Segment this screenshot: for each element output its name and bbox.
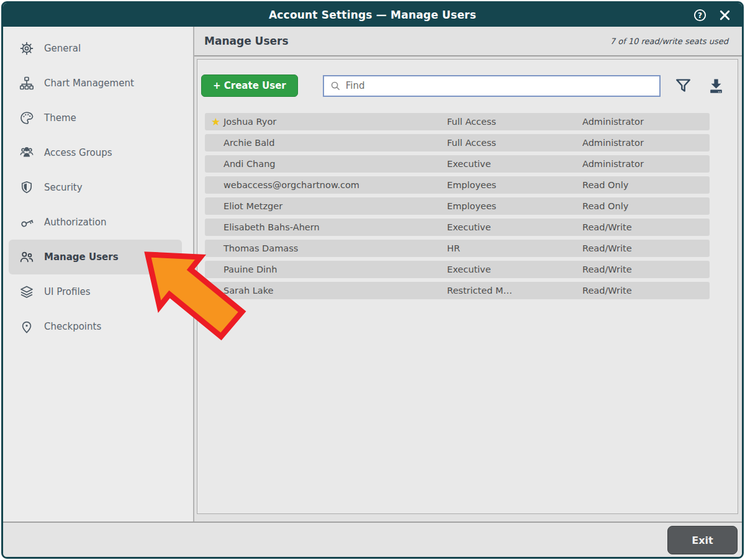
filter-icon[interactable] xyxy=(674,77,692,95)
user-name-cell: ★ Eliot Metzger xyxy=(205,201,447,212)
user-name-cell: ★ Sarah Lake xyxy=(205,286,447,296)
user-role: Read/Write xyxy=(582,222,710,232)
user-name: Sarah Lake xyxy=(224,286,274,296)
user-role: Administrator xyxy=(582,159,710,169)
sidebar-item[interactable]: Theme xyxy=(9,101,182,135)
user-access-group: Executive xyxy=(447,159,582,169)
key-icon xyxy=(19,215,34,230)
users-toolbar: + Create User xyxy=(197,60,738,106)
page-title: Manage Users xyxy=(204,35,289,47)
palette-icon xyxy=(19,111,34,125)
user-name-cell: ★ webaccess@orgchartnow.com xyxy=(205,180,447,191)
titlebar: Account Settings — Manage Users ? xyxy=(3,3,742,27)
user-role: Read/Write xyxy=(582,286,710,296)
map-pin-icon xyxy=(19,319,34,334)
users-panel: + Create User ★ Joshua Ryor xyxy=(197,59,738,514)
shield-icon xyxy=(19,180,34,195)
user-name: webaccess@orgchartnow.com xyxy=(224,180,359,190)
two-users-icon xyxy=(19,250,34,264)
sidebar-item-label: Access Groups xyxy=(44,147,112,158)
user-name-cell: ★ Andi Chang xyxy=(205,159,447,169)
user-access-group: Full Access xyxy=(447,117,582,127)
seats-usage-note: 7 of 10 read/write seats used xyxy=(610,37,728,46)
org-chart-icon xyxy=(19,76,34,91)
user-access-group: Employees xyxy=(447,180,582,190)
sidebar-item-label: UI Profiles xyxy=(44,286,91,297)
sidebar-item[interactable]: Chart Management xyxy=(9,66,182,101)
find-input[interactable] xyxy=(324,80,659,91)
sidebar-item[interactable]: Manage Users xyxy=(9,240,182,274)
sidebar-item[interactable]: Access Groups xyxy=(9,135,182,170)
sidebar-item-label: General xyxy=(44,43,81,54)
create-user-button[interactable]: + Create User xyxy=(201,75,298,97)
close-icon[interactable] xyxy=(718,8,732,22)
export-download-icon[interactable] xyxy=(707,77,725,95)
layers-icon xyxy=(19,284,34,299)
user-name: Elisabeth Bahs-Ahern xyxy=(224,222,320,232)
main-panel: Manage Users 7 of 10 read/write seats us… xyxy=(194,27,742,522)
help-icon[interactable]: ? xyxy=(693,8,707,22)
people-group-icon xyxy=(19,145,34,160)
user-row[interactable]: ★ Elisabeth Bahs-Ahern Executive Read/Wr… xyxy=(205,219,710,236)
sidebar-item[interactable]: Checkpoints xyxy=(9,309,182,344)
user-name-cell: ★ Pauine Dinh xyxy=(205,264,447,275)
user-access-group: Employees xyxy=(447,201,582,211)
user-row[interactable]: ★ Andi Chang Executive Administrator xyxy=(205,155,710,173)
user-name-cell: ★ Archie Bald xyxy=(205,138,447,148)
user-name: Pauine Dinh xyxy=(224,264,278,274)
svg-text:?: ? xyxy=(698,11,702,19)
search-icon xyxy=(330,80,341,92)
dialog-footer: Exit xyxy=(3,522,742,557)
sidebar-item-label: Checkpoints xyxy=(44,321,101,332)
user-row[interactable]: ★ Archie Bald Full Access Administrator xyxy=(205,134,710,151)
sidebar-item-label: Theme xyxy=(44,112,76,124)
user-role: Read/Write xyxy=(582,264,710,274)
account-settings-dialog: Account Settings — Manage Users ? Genera… xyxy=(1,1,744,559)
sidebar-item[interactable]: Security xyxy=(9,170,182,205)
user-access-group: Restricted M… xyxy=(447,286,582,296)
user-role: Administrator xyxy=(582,138,710,148)
user-name-cell: ★ Thomas Damass xyxy=(205,243,447,254)
user-name: Andi Chang xyxy=(224,159,276,169)
exit-button[interactable]: Exit xyxy=(667,526,738,554)
user-row[interactable]: ★ Thomas Damass HR Read/Write xyxy=(205,240,710,257)
sidebar-item[interactable]: Authorization xyxy=(9,205,182,240)
user-row[interactable]: ★ webaccess@orgchartnow.com Employees Re… xyxy=(205,176,710,194)
window-title: Account Settings — Manage Users xyxy=(3,9,742,21)
star-icon: ★ xyxy=(208,117,224,127)
users-list: ★ Joshua Ryor Full Access Administrator … xyxy=(197,106,738,303)
user-name: Thomas Damass xyxy=(224,243,298,253)
find-searchbox xyxy=(323,75,661,97)
user-name: Joshua Ryor xyxy=(224,117,276,127)
user-row[interactable]: ★ Pauine Dinh Executive Read/Write xyxy=(205,261,710,278)
sidebar-item[interactable]: General xyxy=(9,31,182,66)
user-row[interactable]: ★ Sarah Lake Restricted M… Read/Write xyxy=(205,282,710,299)
user-access-group: HR xyxy=(447,243,582,253)
settings-sidebar: General Chart Management Theme Access Gr… xyxy=(3,27,194,522)
sidebar-item-label: Authorization xyxy=(44,217,106,228)
sidebar-item-label: Manage Users xyxy=(44,251,119,263)
gear-icon xyxy=(19,41,34,56)
user-name: Archie Bald xyxy=(224,138,274,148)
dialog-body: General Chart Management Theme Access Gr… xyxy=(3,27,742,522)
user-role: Read Only xyxy=(582,180,710,190)
user-access-group: Executive xyxy=(447,264,582,274)
user-name-cell: ★ Joshua Ryor xyxy=(205,117,447,127)
user-access-group: Executive xyxy=(447,222,582,232)
sidebar-item-label: Security xyxy=(44,182,83,193)
user-name: Eliot Metzger xyxy=(224,201,282,211)
sidebar-item-label: Chart Management xyxy=(44,78,134,89)
user-row[interactable]: ★ Eliot Metzger Employees Read Only xyxy=(205,197,710,215)
user-role: Read Only xyxy=(582,201,710,211)
titlebar-actions: ? xyxy=(693,8,732,22)
sidebar-item[interactable]: UI Profiles xyxy=(9,274,182,309)
user-name-cell: ★ Elisabeth Bahs-Ahern xyxy=(205,222,447,233)
user-role: Administrator xyxy=(582,117,710,127)
user-role: Read/Write xyxy=(582,243,710,253)
main-header: Manage Users 7 of 10 read/write seats us… xyxy=(194,27,742,56)
user-row[interactable]: ★ Joshua Ryor Full Access Administrator xyxy=(205,113,710,130)
user-access-group: Full Access xyxy=(447,138,582,148)
